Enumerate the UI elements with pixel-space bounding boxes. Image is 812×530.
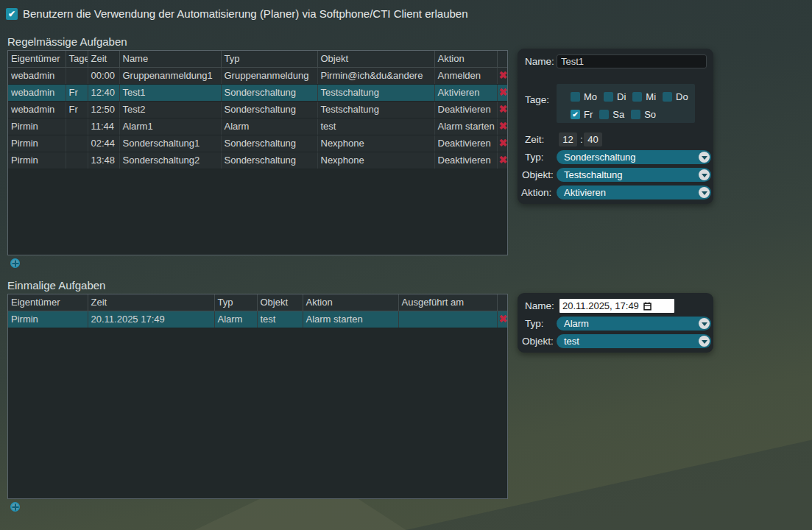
column-header: Aktion bbox=[434, 51, 497, 67]
calendar-icon[interactable] bbox=[643, 302, 652, 311]
cell-days bbox=[66, 118, 88, 135]
chevron-down-icon[interactable] bbox=[699, 152, 710, 163]
time-separator: : bbox=[580, 134, 583, 145]
delete-task-icon[interactable]: ✖ bbox=[498, 69, 507, 81]
day-label: Di bbox=[617, 91, 626, 102]
column-header: Objekt bbox=[257, 294, 303, 311]
checkbox-icon[interactable] bbox=[663, 92, 672, 102]
name-label: Name: bbox=[525, 300, 554, 311]
add-single-task-button[interactable] bbox=[10, 502, 20, 512]
type-select[interactable]: Sonderschaltung bbox=[557, 150, 711, 164]
cell-delete: ✖ bbox=[497, 84, 508, 101]
single-tasks-title: Einmalige Aufgaben bbox=[7, 279, 105, 292]
time-hour-input[interactable] bbox=[559, 132, 577, 146]
cell-name: Test2 bbox=[119, 101, 221, 118]
checkbox-icon[interactable] bbox=[632, 92, 642, 102]
cell-type: Sonderschaltung bbox=[221, 101, 317, 118]
delete-task-icon[interactable]: ✖ bbox=[498, 137, 507, 149]
column-header: Eigentümer bbox=[8, 51, 66, 67]
cell-object: test bbox=[257, 311, 303, 328]
day-checkbox-sa[interactable]: Sa bbox=[599, 109, 624, 120]
action-label: Aktion: bbox=[521, 187, 551, 198]
column-header-delete bbox=[497, 51, 508, 67]
chevron-down-icon[interactable] bbox=[699, 169, 710, 180]
cell-time: 02:44 bbox=[88, 135, 119, 152]
cell-object: Testschaltung bbox=[317, 84, 434, 101]
cell-time: 00:00 bbox=[88, 67, 119, 84]
object-select[interactable]: test bbox=[557, 334, 711, 348]
cell-delete: ✖ bbox=[497, 101, 508, 118]
cell-owner: webadmin bbox=[8, 84, 66, 101]
object-label: Objekt: bbox=[522, 336, 554, 347]
day-label: Do bbox=[676, 91, 688, 102]
chevron-down-icon[interactable] bbox=[699, 187, 710, 198]
cell-type: Sonderschaltung bbox=[221, 135, 317, 152]
checkbox-icon[interactable] bbox=[599, 110, 609, 119]
cell-delete: ✖ bbox=[497, 135, 508, 152]
cell-type: Sonderschaltung bbox=[221, 84, 317, 101]
type-label: Typ: bbox=[525, 318, 544, 329]
table-row[interactable]: Pirmin02:44Sonderschaltung1Sonderschaltu… bbox=[8, 135, 508, 152]
time-minute-input[interactable] bbox=[584, 132, 602, 146]
cell-object: Nexphone bbox=[317, 152, 434, 169]
cell-time: 12:50 bbox=[88, 101, 119, 118]
table-row[interactable]: Pirmin13:48Sonderschaltung2Sonderschaltu… bbox=[8, 152, 508, 169]
allow-automation-label: Benutzern die Verwendung der Automatisie… bbox=[23, 7, 468, 20]
add-regular-task-button[interactable] bbox=[10, 258, 20, 268]
cell-owner: Pirmin bbox=[8, 152, 66, 169]
column-header: Zeit bbox=[88, 294, 214, 311]
delete-task-icon[interactable]: ✖ bbox=[498, 103, 507, 115]
cell-name: Alarm1 bbox=[119, 118, 221, 135]
column-header: Typ bbox=[221, 51, 317, 67]
day-checkbox-do[interactable]: Do bbox=[663, 91, 688, 102]
day-checkbox-fr[interactable]: ✔Fr bbox=[571, 109, 593, 120]
table-row[interactable]: webadmin00:00Gruppenanmeldung1Gruppenanm… bbox=[8, 67, 508, 84]
regular-tasks-table-container: EigentümerTageZeitNameTypObjektAktion we… bbox=[7, 50, 508, 255]
single-task-form-panel: Name: 20.11.2025, 17:49 Typ: Alarm Objek… bbox=[518, 293, 713, 353]
cell-name: Gruppenanmeldung1 bbox=[119, 67, 221, 84]
table-row[interactable]: Pirmin20.11.2025 17:49AlarmtestAlarm sta… bbox=[8, 311, 508, 328]
table-row[interactable]: Pirmin11:44Alarm1AlarmtestAlarm starten✖ bbox=[8, 118, 508, 135]
cell-action: Deaktivieren bbox=[434, 152, 497, 169]
delete-task-icon[interactable]: ✖ bbox=[498, 154, 507, 166]
cell-delete: ✖ bbox=[497, 152, 508, 169]
weekday-row-2: ✔FrSaSo bbox=[571, 107, 695, 121]
day-checkbox-di[interactable]: Di bbox=[604, 91, 626, 102]
cell-delete: ✖ bbox=[497, 311, 508, 328]
type-label: Typ: bbox=[525, 152, 544, 163]
object-select-value: test bbox=[564, 336, 579, 347]
chevron-down-icon[interactable] bbox=[699, 336, 710, 347]
cell-name: Test1 bbox=[119, 84, 221, 101]
day-label: So bbox=[644, 109, 656, 120]
day-checkbox-so[interactable]: So bbox=[631, 109, 656, 120]
cell-days bbox=[66, 152, 88, 169]
column-header: Name bbox=[119, 51, 221, 67]
type-select[interactable]: Alarm bbox=[557, 317, 711, 331]
datetime-input[interactable]: 20.11.2025, 17:49 bbox=[559, 299, 674, 313]
table-row[interactable]: webadminFr12:40Test1SonderschaltungTests… bbox=[8, 84, 508, 101]
checkbox-icon[interactable] bbox=[631, 110, 640, 119]
delete-task-icon[interactable]: ✖ bbox=[498, 313, 507, 325]
object-label: Objekt: bbox=[522, 169, 554, 180]
chevron-down-icon[interactable] bbox=[699, 318, 710, 329]
delete-task-icon[interactable]: ✖ bbox=[498, 120, 507, 132]
action-select[interactable]: Aktivieren bbox=[557, 186, 711, 199]
cell-days: Fr bbox=[66, 101, 88, 118]
day-checkbox-mo[interactable]: Mo bbox=[571, 91, 597, 102]
checkbox-icon[interactable] bbox=[571, 92, 580, 102]
checkbox-icon[interactable]: ✔ bbox=[571, 110, 580, 119]
allow-automation-checkbox[interactable]: ✔ bbox=[6, 8, 18, 20]
cell-object: Nexphone bbox=[317, 135, 434, 152]
table-row[interactable]: webadminFr12:50Test2SonderschaltungTests… bbox=[8, 101, 508, 118]
delete-task-icon[interactable]: ✖ bbox=[498, 86, 507, 98]
cell-type: Sonderschaltung bbox=[221, 152, 317, 169]
column-header: Aktion bbox=[303, 294, 398, 311]
object-select[interactable]: Testschaltung bbox=[557, 168, 711, 182]
day-label: Mi bbox=[646, 91, 656, 102]
cell-action: Alarm starten bbox=[434, 118, 497, 135]
day-checkbox-mi[interactable]: Mi bbox=[632, 91, 656, 102]
checkbox-icon[interactable] bbox=[604, 92, 613, 102]
column-header: Ausgeführt am bbox=[398, 294, 497, 311]
allow-automation-row: ✔ Benutzern die Verwendung der Automatis… bbox=[6, 7, 468, 20]
name-input[interactable] bbox=[557, 54, 707, 68]
